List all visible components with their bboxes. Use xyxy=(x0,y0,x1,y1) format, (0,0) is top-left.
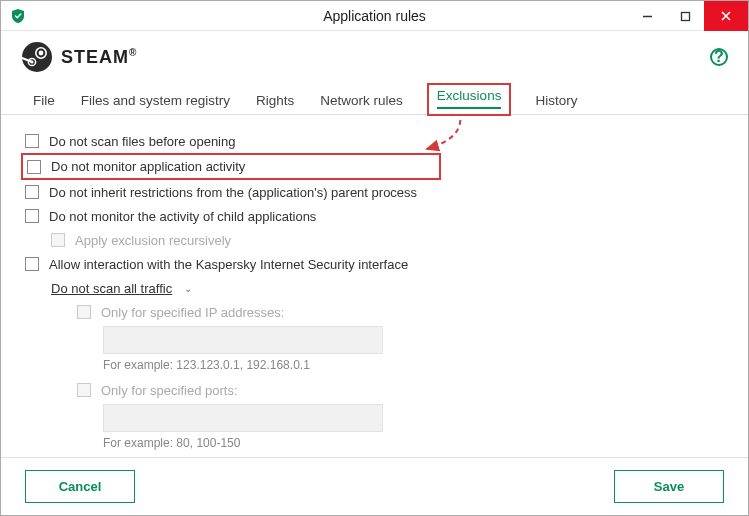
label: Do not monitor application activity xyxy=(51,159,245,174)
label: Allow interaction with the Kaspersky Int… xyxy=(49,257,408,272)
tab-exclusions[interactable]: Exclusions xyxy=(437,88,502,109)
checkbox-only-ip xyxy=(77,305,91,319)
row-allow-kis-interaction: Allow interaction with the Kaspersky Int… xyxy=(25,252,724,276)
checkbox-apply-recursively xyxy=(51,233,65,247)
checkbox-no-monitor-child[interactable] xyxy=(25,209,39,223)
checkbox-allow-kis-interaction[interactable] xyxy=(25,257,39,271)
row-scan-traffic-dropdown: Do not scan all traffic⌄ xyxy=(25,276,724,300)
checkbox-no-scan-before-opening[interactable] xyxy=(25,134,39,148)
tab-file[interactable]: File xyxy=(31,87,57,114)
save-button[interactable]: Save xyxy=(614,470,724,503)
tab-network-rules[interactable]: Network rules xyxy=(318,87,405,114)
help-icon[interactable]: ? xyxy=(710,48,728,66)
cancel-button[interactable]: Cancel xyxy=(25,470,135,503)
label: Do not inherit restrictions from the (ap… xyxy=(49,185,417,200)
do-not-scan-all-traffic-link[interactable]: Do not scan all traffic xyxy=(51,281,172,296)
tab-rights[interactable]: Rights xyxy=(254,87,296,114)
svg-point-6 xyxy=(39,51,44,56)
label: Only for specified ports: xyxy=(101,383,238,398)
svg-rect-1 xyxy=(681,12,689,20)
titlebar: Application rules xyxy=(1,1,748,31)
steam-logo: STEAM® xyxy=(21,41,137,73)
maximize-button[interactable] xyxy=(666,1,704,31)
tab-history[interactable]: History xyxy=(533,87,579,114)
checkbox-only-ports xyxy=(77,383,91,397)
header: STEAM® ? xyxy=(1,31,748,79)
minimize-button[interactable] xyxy=(628,1,666,31)
steam-icon xyxy=(21,41,53,73)
ip-hint: For example: 123.123.0.1, 192.168.0.1 xyxy=(103,356,724,378)
label: Apply exclusion recursively xyxy=(75,233,231,248)
label: Only for specified IP addresses: xyxy=(101,305,284,320)
brand-text: STEAM® xyxy=(61,47,137,68)
ports-input xyxy=(103,404,383,432)
checkbox-no-monitor-activity[interactable] xyxy=(27,160,41,174)
close-button[interactable] xyxy=(704,1,748,31)
exclusions-panel: Do not scan files before opening Do not … xyxy=(1,115,748,457)
highlighted-tab-wrapper: Exclusions xyxy=(427,83,512,116)
label: Do not monitor the activity of child app… xyxy=(49,209,316,224)
row-no-scan-before-opening: Do not scan files before opening xyxy=(25,129,724,153)
checkbox-no-inherit-restrictions[interactable] xyxy=(25,185,39,199)
row-no-inherit-restrictions: Do not inherit restrictions from the (ap… xyxy=(25,180,724,204)
tab-files-and-registry[interactable]: Files and system registry xyxy=(79,87,232,114)
row-no-monitor-child: Do not monitor the activity of child app… xyxy=(25,204,724,228)
row-apply-recursively: Apply exclusion recursively xyxy=(25,228,724,252)
label: Do not scan files before opening xyxy=(49,134,235,149)
tabs: File Files and system registry Rights Ne… xyxy=(1,79,748,115)
window-controls xyxy=(628,1,748,30)
ports-hint: For example: 80, 100-150 xyxy=(103,434,724,456)
row-no-monitor-activity: Do not monitor application activity xyxy=(21,153,441,180)
row-only-ports: Only for specified ports: xyxy=(25,378,724,402)
footer: Cancel Save xyxy=(1,457,748,515)
ip-addresses-input xyxy=(103,326,383,354)
shield-icon xyxy=(9,7,27,25)
chevron-down-icon: ⌄ xyxy=(184,283,192,294)
application-rules-window: Application rules STEAM® ? File Files an… xyxy=(0,0,749,516)
row-only-ip: Only for specified IP addresses: xyxy=(25,300,724,324)
